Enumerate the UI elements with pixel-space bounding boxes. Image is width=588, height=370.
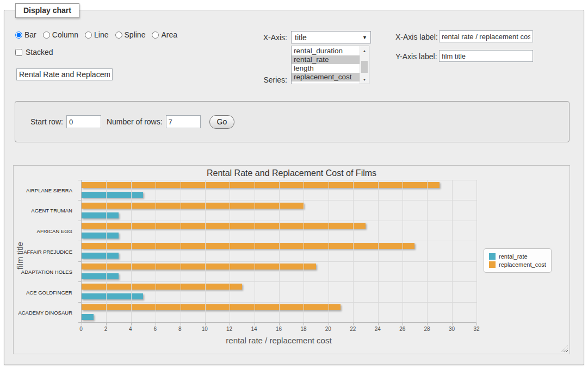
gridline-vertical — [181, 180, 181, 322]
y-axis-label-label: Y-Axis label: — [395, 52, 437, 61]
x-tick-mark — [403, 323, 403, 325]
x-tick-label: 2 — [104, 326, 108, 332]
x-tick-mark — [353, 323, 354, 325]
x-tick-mark — [304, 323, 304, 325]
gridline-vertical — [131, 180, 132, 322]
series-option-replacement_cost[interactable]: replacement_cost — [292, 73, 360, 81]
chart-type-radio-spline[interactable] — [115, 32, 122, 39]
x-tick-mark — [205, 323, 206, 325]
x-tick-label: 14 — [251, 326, 257, 332]
x-tick-mark — [476, 323, 477, 325]
gridline-vertical — [156, 180, 156, 322]
bar-rental_rate[interactable] — [82, 253, 119, 259]
chart-type-radio-bar[interactable] — [15, 32, 22, 39]
app-window: Display chart BarColumnLineSplineArea St… — [0, 0, 588, 370]
chart-container: Rental Rate and Replacement Cost of Film… — [13, 165, 570, 354]
series-option-rental_duration[interactable]: rental_duration — [292, 47, 360, 55]
y-axis-label-input[interactable] — [439, 50, 533, 62]
category-label: AFFAIR PREJUDICE — [14, 248, 72, 254]
x-axis-label-label: X-Axis label: — [395, 33, 438, 41]
chart-type-radio-area[interactable] — [152, 32, 159, 39]
scroll-down-icon[interactable]: ▼ — [360, 75, 369, 84]
chart-type-radio-column[interactable] — [43, 32, 50, 39]
x-axis-title: rental rate / replacement cost — [81, 336, 476, 345]
y-tick-mark — [78, 281, 81, 282]
bar-replacement_cost[interactable] — [82, 284, 242, 290]
go-button[interactable]: Go — [209, 115, 235, 129]
y-tick-mark — [78, 180, 81, 180]
chart-title: Rental Rate and Replacement Cost of Film… — [14, 168, 570, 178]
category-label: ACE GOLDFINGER — [14, 289, 72, 295]
category-label: ACADEMY DINOSAUR — [14, 310, 72, 316]
y-tick-mark — [78, 221, 81, 221]
bar-rental_rate[interactable] — [82, 314, 94, 320]
x-tick-label: 24 — [375, 326, 381, 332]
chart-type-radio-group: BarColumnLineSplineArea — [15, 30, 182, 39]
resize-grip-icon[interactable] — [561, 346, 568, 352]
number-of-rows-input[interactable] — [166, 115, 201, 128]
chart-type-radio-label: Column — [52, 30, 78, 39]
gridline-vertical — [427, 180, 428, 322]
x-tick-label: 26 — [399, 326, 405, 332]
bar-replacement_cost[interactable] — [82, 304, 341, 310]
category-label: ADAPTATION HOLES — [14, 269, 72, 275]
bar-replacement_cost[interactable] — [82, 243, 414, 249]
legend-item-rental_rate[interactable]: rental_rate — [489, 253, 546, 260]
bar-replacement_cost[interactable] — [82, 223, 366, 229]
category-labels: AIRPLANE SIERRAAGENT TRUMANAFRICAN EGGAF… — [14, 180, 77, 323]
bar-replacement_cost[interactable] — [82, 203, 304, 209]
x-tick-mark — [181, 323, 181, 325]
x-tick-label: 12 — [226, 326, 232, 332]
bar-rental_rate[interactable] — [82, 273, 119, 279]
x-tick-label: 18 — [300, 326, 306, 332]
legend-label: replacement_cost — [499, 261, 546, 268]
bar-rental_rate[interactable] — [82, 293, 143, 299]
gridline-horizontal — [82, 180, 476, 180]
series-options: rental_durationrental_ratelengthreplacem… — [292, 46, 360, 84]
bar-replacement_cost[interactable] — [82, 264, 316, 269]
chart-type-radio-line[interactable] — [85, 32, 92, 39]
x-tick-mark — [329, 323, 329, 325]
gridline-vertical — [255, 180, 255, 322]
gridline-vertical — [378, 180, 379, 322]
start-row-label: Start row: — [30, 117, 63, 126]
x-axis-selected-value: title — [295, 33, 307, 42]
chart-type-radio-label: Bar — [24, 30, 36, 39]
scrollbar-thumb[interactable] — [361, 61, 368, 73]
chart-type-option-bar: Bar — [15, 30, 36, 39]
x-tick-label: 4 — [129, 326, 132, 332]
series-scrollbar[interactable]: ▲ ▼ — [360, 46, 369, 84]
x-axis-select[interactable]: title ▼ — [291, 31, 371, 43]
gridline-vertical — [205, 180, 206, 322]
series-option-length[interactable]: length — [292, 64, 360, 73]
legend-item-replacement_cost[interactable]: replacement_cost — [489, 261, 546, 268]
x-axis-label-input[interactable] — [439, 30, 533, 42]
x-tick-mark — [427, 323, 428, 325]
x-tick-mark — [106, 323, 107, 325]
x-tick-mark — [131, 323, 132, 325]
series-listbox[interactable]: rental_durationrental_ratelengthreplacem… — [291, 46, 369, 84]
bar-replacement_cost[interactable] — [82, 182, 440, 188]
gridline-horizontal — [82, 261, 476, 262]
x-axis-select-label: X-Axis: — [247, 33, 287, 42]
stacked-checkbox[interactable] — [15, 49, 22, 56]
chart-title-input[interactable] — [16, 68, 113, 80]
scroll-up-icon[interactable]: ▲ — [360, 46, 369, 55]
chart-type-option-line: Line — [85, 30, 108, 39]
bar-rental_rate[interactable] — [82, 212, 119, 218]
row-range-panel: Start row: Number of rows: Go — [15, 101, 570, 142]
gridline-horizontal — [82, 241, 476, 241]
x-tick-label: 6 — [154, 326, 157, 332]
legend-label: rental_rate — [499, 253, 528, 260]
x-tick-label: 22 — [350, 326, 356, 332]
series-select-label: Series: — [247, 76, 287, 84]
chart-legend: rental_ratereplacement_cost — [484, 248, 552, 273]
series-option-rental_rate[interactable]: rental_rate — [292, 55, 360, 64]
start-row-input[interactable] — [66, 115, 101, 128]
bar-rental_rate[interactable] — [82, 192, 143, 198]
chart-type-radio-label: Spline — [125, 30, 146, 39]
gridline-horizontal — [82, 221, 476, 221]
gridline-vertical — [329, 180, 329, 322]
bar-rental_rate[interactable] — [82, 233, 119, 239]
plot-area — [81, 180, 476, 323]
